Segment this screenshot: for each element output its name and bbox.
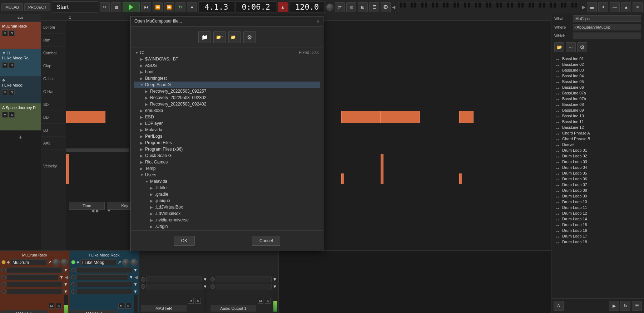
tree-item[interactable]: ▶ .Origin — [134, 223, 320, 230]
knob[interactable] — [61, 259, 68, 266]
browser-item[interactable]: Drum Loop 11 — [551, 205, 644, 210]
marker-field[interactable]: Start — [52, 1, 98, 13]
tree-item[interactable]: ▶ Quick Scan G — [134, 152, 320, 159]
fx-slot[interactable] — [7, 267, 63, 273]
fx-slot[interactable] — [76, 274, 128, 280]
browser-play-icon[interactable]: ▶ — [609, 301, 619, 311]
tempo-display[interactable]: 120.0 — [289, 1, 325, 13]
tree-item[interactable]: ▶ $WINDOWS.~BT — [134, 56, 320, 62]
solo-button[interactable]: S — [125, 303, 131, 309]
scroll-region[interactable] — [66, 148, 129, 152]
browser-item[interactable]: BassLine 04 — [551, 73, 644, 79]
slot-menu-icon[interactable]: ▼ — [64, 282, 68, 287]
browser-list[interactable]: BassLine 01BassLine 02BassLine 03BassLin… — [551, 54, 644, 298]
tree-item[interactable]: ▶ .fiddler — [134, 185, 320, 191]
browser-item[interactable]: Drum Loop 09 — [551, 193, 644, 199]
tree-item[interactable]: ▶ Riot Games — [134, 159, 320, 165]
mulab-menu[interactable]: MULAB — [1, 3, 23, 11]
tree-item[interactable]: ▶ emu8086 — [134, 107, 320, 114]
fx-slot[interactable] — [76, 282, 132, 287]
slot-menu-icon[interactable]: ▼ — [203, 277, 207, 282]
cancel-button[interactable]: Cancel — [252, 236, 280, 246]
fx-slot[interactable] — [216, 277, 272, 282]
loop-icon[interactable]: ↻ — [175, 2, 185, 12]
tree-item[interactable]: ▶ .LdVirtualBox — [134, 210, 320, 217]
tree-item[interactable]: ▶ Recovery_20220503_092302 — [134, 94, 320, 101]
view-icon[interactable]: ☰ — [369, 2, 379, 12]
fx-slot[interactable] — [7, 274, 58, 280]
move-icon[interactable]: ✥ — [2, 78, 39, 82]
browser-item[interactable]: BassLine 02 — [551, 62, 644, 67]
tool-icon-2[interactable]: ▦ — [111, 2, 121, 12]
dropdown-icon[interactable]: ▼ — [107, 208, 111, 213]
tree-item[interactable]: ▼ Deep Scan G — [134, 82, 320, 88]
solo-button[interactable]: S — [9, 112, 15, 118]
slot-menu-icon[interactable]: ▼ — [273, 277, 277, 282]
browser-item[interactable]: BassLine 08 — [551, 102, 644, 107]
browser-item[interactable]: Drum Loop 08 — [551, 187, 644, 193]
browser-item[interactable]: Drum Loop 02 — [551, 153, 644, 159]
tempo-knob[interactable] — [326, 4, 333, 11]
slot-menu-icon[interactable]: ▼ — [133, 289, 138, 294]
fx-slot[interactable] — [76, 267, 132, 273]
time-display[interactable]: 0:06.2 — [236, 1, 276, 13]
browser-item[interactable]: Drum Loop 03 — [551, 159, 644, 165]
velocity-bar[interactable] — [459, 173, 462, 184]
record-icon[interactable]: ● — [187, 2, 197, 12]
browser-item[interactable]: Drum Loop 12 — [551, 210, 644, 216]
browser-item[interactable]: Drum Loop 10 — [551, 199, 644, 205]
win-add-icon[interactable]: ✦ — [598, 2, 608, 12]
track-3[interactable]: ✥ I Like Moog MS — [0, 76, 41, 103]
settings-icon[interactable] — [381, 2, 391, 12]
fx-slot[interactable] — [76, 289, 132, 294]
browser-item[interactable]: Doevel — [551, 142, 644, 147]
mute-button[interactable]: M — [2, 62, 8, 68]
fx-slot[interactable] — [146, 277, 202, 282]
file-tree[interactable]: ▼ C: Fixed Disk ▶ $WINDOWS.~BT▶ ASUS▶ bo… — [131, 48, 323, 230]
solo-button[interactable]: S — [265, 298, 271, 304]
tree-item[interactable]: ▶ Malavida — [134, 127, 320, 133]
browser-loop-icon[interactable]: ↻ — [620, 301, 630, 311]
piano-right-arrow[interactable]: ▶ — [582, 5, 585, 10]
ok-button[interactable]: OK — [174, 236, 195, 246]
output-slot[interactable]: MASTER — [1, 310, 47, 313]
forward-icon[interactable]: ⏩ — [164, 2, 174, 12]
browser-item[interactable]: Chord Phrase A — [551, 130, 644, 136]
slot-menu-icon[interactable]: ▼ — [64, 289, 68, 294]
browser-item[interactable]: BassLine 03 — [551, 67, 644, 73]
track-1[interactable]: MuDrum Rack MS — [0, 22, 41, 49]
browser-item[interactable]: BassLine 11 — [551, 119, 644, 124]
slot-menu-icon[interactable]: ▼ — [273, 284, 277, 289]
solo-button[interactable]: S — [9, 62, 15, 68]
play-button[interactable] — [123, 2, 140, 12]
mute-button[interactable]: M — [258, 298, 263, 304]
mute-button[interactable]: M — [2, 89, 8, 95]
grid-icon[interactable]: ⊞ — [358, 2, 368, 12]
slot-menu-icon[interactable]: ▼ — [129, 275, 133, 280]
note-clip[interactable] — [66, 111, 105, 123]
slot-menu-icon[interactable]: ▼ — [64, 268, 68, 273]
tree-item[interactable]: ▼ Users — [134, 172, 320, 178]
rewind-icon[interactable]: ⏪ — [153, 2, 163, 12]
channel-strip-2[interactable]: I Like Moog Rack ✥I Like Moog↗ ▼ ▼◀ ▼ ▼ … — [70, 251, 139, 313]
output-slot[interactable]: Audio Output 1 — [210, 305, 256, 312]
fx-slot[interactable] — [7, 282, 63, 287]
browser-item[interactable]: BassLine 06 — [551, 84, 644, 90]
drive-row[interactable]: ▼ C: Fixed Disk — [134, 49, 320, 56]
output-slot[interactable]: MASTER — [71, 310, 117, 313]
fx-slot[interactable] — [7, 289, 63, 294]
where-field[interactable]: {AppLibrary}/MuClip — [573, 24, 641, 30]
browser-list-icon[interactable]: ☰ — [632, 301, 642, 311]
channel-strip-3[interactable]: ▼ ▼ MASTERMS — [139, 251, 209, 313]
expand-icon[interactable]: ↗ — [48, 260, 51, 265]
tree-item[interactable]: ▶ Temp — [134, 165, 320, 172]
win-min-icon[interactable]: — — [610, 2, 620, 12]
browser-item[interactable]: Chord Phrase B — [551, 136, 644, 142]
tree-item[interactable]: ▶ .Ld2VirtualBox — [134, 204, 320, 210]
browser-item[interactable]: Drum Loop 15 — [551, 222, 644, 228]
tree-item[interactable]: ▶ boot — [134, 69, 320, 75]
win-max-icon[interactable]: ▲ — [621, 2, 631, 12]
device-slot[interactable]: MuDrum — [11, 259, 47, 265]
browser-item[interactable]: Drum Loop 17 — [551, 233, 644, 239]
mute-button[interactable]: M — [188, 298, 194, 304]
